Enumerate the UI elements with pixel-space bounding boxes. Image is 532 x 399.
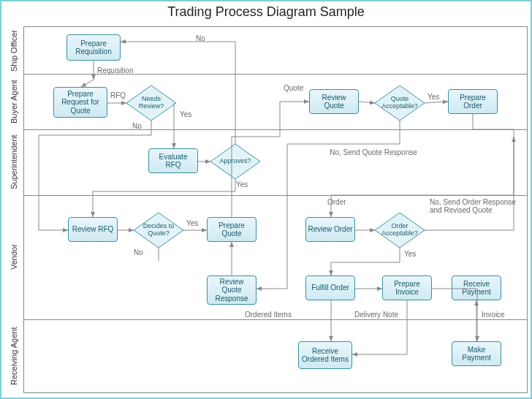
lbl-yes4: Yes [428,93,439,101]
lbl-yes1: Yes [180,110,191,118]
lane-receiving-agent: Receiving Agent [10,319,23,392]
box-fulfill-order: Fulfill Order [305,276,355,300]
dec-needs-review: Needs Review? [126,86,176,121]
lane-buyer-agent: Buyer Agent [10,74,23,129]
box-review-rfq: Review RFQ [68,217,118,242]
box-receive-payment: Receive Payment [452,276,501,300]
lbl-invoice: Invoice [482,311,505,319]
lbl-requisition: Requisition [97,66,133,75]
lbl-no1: No [196,34,205,42]
lbl-delivery-note: Delivery Note [354,311,398,319]
dec-quote-acceptable: Quote Acceptable? [375,86,425,121]
svg-line-12 [359,102,375,103]
box-prepare-rfq: Prepare Request for Quote [53,87,107,118]
lbl-no2: No [132,122,142,130]
box-review-order: Review Order [305,217,355,242]
svg-line-13 [425,102,448,103]
box-receive-ordered-items: Receive Ordered Items [298,341,352,369]
lbl-yes2: Yes [236,180,248,189]
dec-order-acceptable: Order Acceptable? [375,213,425,248]
dec-approves: Approves? [210,144,260,179]
dec-decides-to-quote: Decides to Quote? [134,213,183,248]
lbl-yes5: Yes [404,250,416,258]
box-prepare-quote: Prepare Quote [207,217,256,242]
diagram-title: Trading Process Diagram Sample [1,4,531,20]
box-make-payment: Make Payment [452,341,501,366]
lbl-order: Order [327,198,346,206]
box-review-quote: Review Quote [309,89,359,114]
lane-vendor: Vendor [10,195,23,319]
box-evaluate-rfq: Evaluate RFQ [148,148,198,173]
swimlane-container: Ship Officer Buyer Agent Superintendent … [23,26,528,393]
diagram-frame: Trading Process Diagram Sample Ship Offi… [0,0,532,399]
lane-divider [24,129,527,130]
box-review-quote-response: Review Quote Response [207,276,256,305]
box-prepare-order: Prepare Order [448,89,498,114]
lbl-no-send-order: No, Send Order Response and Revised Quot… [430,198,525,214]
lbl-yes3: Yes [186,219,198,227]
svg-line-6 [81,80,94,87]
box-prepare-requisition: Prepare Requisition [66,34,121,61]
lane-divider [24,195,527,196]
lbl-rfq: RFQ [110,91,126,99]
lane-ship-officer: Ship Officer [10,27,23,74]
lbl-ordered-items: Ordered Items [245,311,292,319]
lbl-no-send-quote: No, Send Quote Response [322,148,425,156]
lbl-no3: No [134,248,143,256]
lane-superintendent: Superintendent [10,129,23,195]
box-prepare-invoice: Prepare Invoice [382,276,432,300]
lbl-quote: Quote [284,84,303,92]
lane-divider [24,319,527,320]
